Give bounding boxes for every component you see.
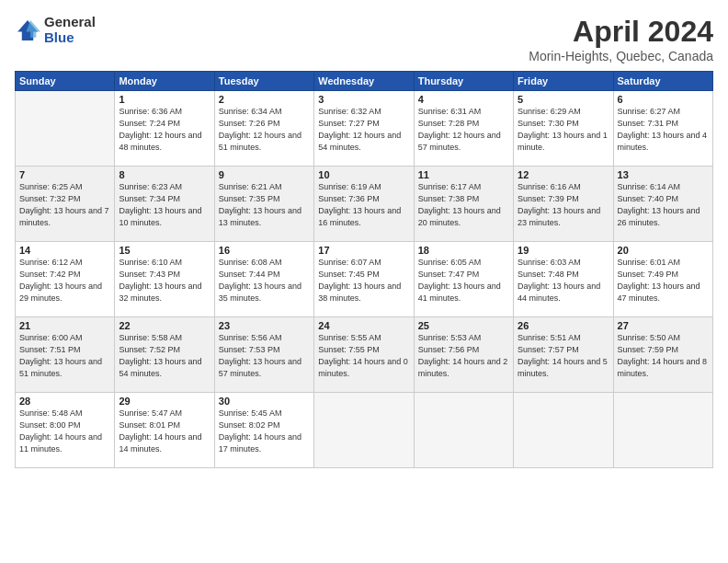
day-number: 21 (19, 320, 110, 331)
day-number: 3 (318, 94, 409, 105)
logo-text: General Blue (44, 15, 96, 45)
day-number: 15 (119, 245, 210, 256)
day-info: Sunrise: 6:01 AMSunset: 7:49 PMDaylight:… (618, 257, 709, 304)
day-number: 23 (219, 320, 310, 331)
table-row: 17Sunrise: 6:07 AMSunset: 7:45 PMDayligh… (314, 242, 414, 317)
table-row: 4Sunrise: 6:31 AMSunset: 7:28 PMDaylight… (414, 91, 513, 167)
table-row: 6Sunrise: 6:27 AMSunset: 7:31 PMDaylight… (613, 91, 712, 167)
calendar-week-row: 7Sunrise: 6:25 AMSunset: 7:32 PMDaylight… (16, 167, 713, 242)
day-info: Sunrise: 6:14 AMSunset: 7:40 PMDaylight:… (618, 181, 709, 229)
day-info: Sunrise: 6:29 AMSunset: 7:30 PMDaylight:… (518, 106, 609, 154)
calendar-week-row: 1Sunrise: 6:36 AMSunset: 7:24 PMDaylight… (16, 91, 713, 167)
day-number: 17 (318, 245, 409, 256)
calendar-week-row: 28Sunrise: 5:48 AMSunset: 8:00 PMDayligh… (16, 393, 713, 468)
table-row: 30Sunrise: 5:45 AMSunset: 8:02 PMDayligh… (214, 393, 313, 468)
col-friday: Friday (514, 72, 613, 91)
table-row: 12Sunrise: 6:16 AMSunset: 7:39 PMDayligh… (514, 167, 613, 242)
day-number: 9 (219, 169, 310, 180)
header: General Blue April 2024 Morin-Heights, Q… (15, 15, 713, 63)
table-row: 22Sunrise: 5:58 AMSunset: 7:52 PMDayligh… (115, 317, 214, 393)
location-title: Morin-Heights, Quebec, Canada (529, 49, 713, 63)
day-info: Sunrise: 5:58 AMSunset: 7:52 PMDaylight:… (119, 332, 210, 380)
table-row: 10Sunrise: 6:19 AMSunset: 7:36 PMDayligh… (314, 167, 414, 242)
calendar-header-row: Sunday Monday Tuesday Wednesday Thursday… (16, 72, 713, 91)
day-info: Sunrise: 6:16 AMSunset: 7:39 PMDaylight:… (518, 181, 609, 229)
table-row: 24Sunrise: 5:55 AMSunset: 7:55 PMDayligh… (314, 317, 414, 393)
month-title: April 2024 (529, 15, 713, 49)
table-row (314, 393, 414, 468)
calendar-week-row: 21Sunrise: 6:00 AMSunset: 7:51 PMDayligh… (16, 317, 713, 393)
day-number: 27 (618, 320, 709, 331)
table-row: 2Sunrise: 6:34 AMSunset: 7:26 PMDaylight… (214, 91, 313, 167)
day-info: Sunrise: 6:05 AMSunset: 7:47 PMDaylight:… (418, 257, 509, 304)
col-saturday: Saturday (613, 72, 712, 91)
day-number: 25 (418, 320, 509, 331)
table-row: 7Sunrise: 6:25 AMSunset: 7:32 PMDaylight… (16, 167, 115, 242)
col-monday: Monday (115, 72, 214, 91)
table-row: 16Sunrise: 6:08 AMSunset: 7:44 PMDayligh… (214, 242, 313, 317)
table-row (16, 91, 115, 167)
table-row: 5Sunrise: 6:29 AMSunset: 7:30 PMDaylight… (514, 91, 613, 167)
day-number: 7 (19, 169, 110, 180)
day-number: 20 (618, 245, 709, 256)
day-number: 30 (219, 396, 310, 407)
day-number: 28 (19, 396, 110, 407)
day-number: 19 (518, 245, 609, 256)
table-row: 8Sunrise: 6:23 AMSunset: 7:34 PMDaylight… (115, 167, 214, 242)
day-info: Sunrise: 5:56 AMSunset: 7:53 PMDaylight:… (219, 332, 310, 380)
day-number: 29 (119, 396, 210, 407)
table-row: 1Sunrise: 6:36 AMSunset: 7:24 PMDaylight… (115, 91, 214, 167)
day-number: 2 (219, 94, 310, 105)
col-tuesday: Tuesday (214, 72, 313, 91)
table-row: 28Sunrise: 5:48 AMSunset: 8:00 PMDayligh… (16, 393, 115, 468)
table-row: 11Sunrise: 6:17 AMSunset: 7:38 PMDayligh… (414, 167, 513, 242)
table-row: 18Sunrise: 6:05 AMSunset: 7:47 PMDayligh… (414, 242, 513, 317)
day-info: Sunrise: 6:34 AMSunset: 7:26 PMDaylight:… (219, 106, 310, 154)
table-row: 26Sunrise: 5:51 AMSunset: 7:57 PMDayligh… (514, 317, 613, 393)
day-number: 18 (418, 245, 509, 256)
table-row: 23Sunrise: 5:56 AMSunset: 7:53 PMDayligh… (214, 317, 313, 393)
day-number: 5 (518, 94, 609, 105)
day-info: Sunrise: 6:10 AMSunset: 7:43 PMDaylight:… (119, 257, 210, 304)
day-info: Sunrise: 6:07 AMSunset: 7:45 PMDaylight:… (318, 257, 409, 304)
day-number: 26 (518, 320, 609, 331)
table-row: 29Sunrise: 5:47 AMSunset: 8:01 PMDayligh… (115, 393, 214, 468)
table-row: 15Sunrise: 6:10 AMSunset: 7:43 PMDayligh… (115, 242, 214, 317)
logo-icon (15, 17, 40, 43)
col-sunday: Sunday (16, 72, 115, 91)
day-info: Sunrise: 6:21 AMSunset: 7:35 PMDaylight:… (219, 181, 310, 229)
day-number: 24 (318, 320, 409, 331)
table-row: 19Sunrise: 6:03 AMSunset: 7:48 PMDayligh… (514, 242, 613, 317)
day-info: Sunrise: 6:23 AMSunset: 7:34 PMDaylight:… (119, 181, 210, 229)
table-row (514, 393, 613, 468)
day-number: 13 (618, 169, 709, 180)
table-row: 3Sunrise: 6:32 AMSunset: 7:27 PMDaylight… (314, 91, 414, 167)
day-info: Sunrise: 5:53 AMSunset: 7:56 PMDaylight:… (418, 332, 509, 380)
table-row: 14Sunrise: 6:12 AMSunset: 7:42 PMDayligh… (16, 242, 115, 317)
table-row: 27Sunrise: 5:50 AMSunset: 7:59 PMDayligh… (613, 317, 712, 393)
day-info: Sunrise: 6:27 AMSunset: 7:31 PMDaylight:… (618, 106, 709, 154)
logo-general-text: General (44, 15, 96, 30)
day-info: Sunrise: 5:48 AMSunset: 8:00 PMDaylight:… (19, 408, 110, 455)
day-number: 22 (119, 320, 210, 331)
day-info: Sunrise: 6:31 AMSunset: 7:28 PMDaylight:… (418, 106, 509, 154)
day-info: Sunrise: 5:47 AMSunset: 8:01 PMDaylight:… (119, 408, 210, 455)
day-number: 4 (418, 94, 509, 105)
day-info: Sunrise: 5:50 AMSunset: 7:59 PMDaylight:… (618, 332, 709, 380)
table-row: 9Sunrise: 6:21 AMSunset: 7:35 PMDaylight… (214, 167, 313, 242)
day-info: Sunrise: 5:51 AMSunset: 7:57 PMDaylight:… (518, 332, 609, 380)
day-info: Sunrise: 6:17 AMSunset: 7:38 PMDaylight:… (418, 181, 509, 229)
table-row (613, 393, 712, 468)
title-block: April 2024 Morin-Heights, Quebec, Canada (529, 15, 713, 63)
day-info: Sunrise: 6:36 AMSunset: 7:24 PMDaylight:… (119, 106, 210, 154)
calendar: Sunday Monday Tuesday Wednesday Thursday… (15, 71, 713, 468)
day-info: Sunrise: 6:25 AMSunset: 7:32 PMDaylight:… (19, 181, 110, 229)
day-info: Sunrise: 6:08 AMSunset: 7:44 PMDaylight:… (219, 257, 310, 304)
day-info: Sunrise: 6:03 AMSunset: 7:48 PMDaylight:… (518, 257, 609, 304)
col-wednesday: Wednesday (314, 72, 414, 91)
table-row: 20Sunrise: 6:01 AMSunset: 7:49 PMDayligh… (613, 242, 712, 317)
day-info: Sunrise: 6:00 AMSunset: 7:51 PMDaylight:… (19, 332, 110, 380)
col-thursday: Thursday (414, 72, 513, 91)
table-row: 13Sunrise: 6:14 AMSunset: 7:40 PMDayligh… (613, 167, 712, 242)
day-info: Sunrise: 6:32 AMSunset: 7:27 PMDaylight:… (318, 106, 409, 154)
